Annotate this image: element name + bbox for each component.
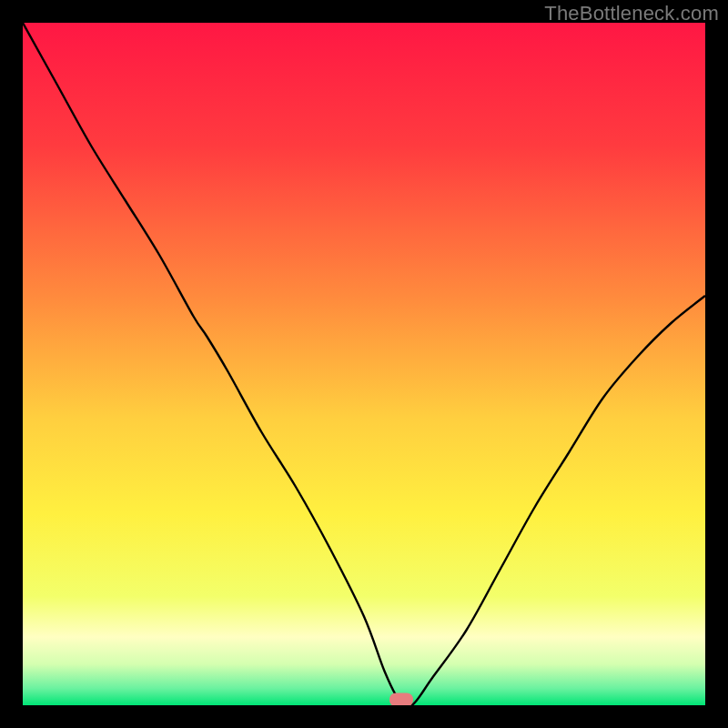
watermark-text: TheBottleneck.com [544, 2, 719, 25]
gradient-background [23, 23, 705, 705]
chart-frame: TheBottleneck.com [0, 0, 728, 728]
optimal-marker [389, 693, 413, 706]
plot-area [23, 23, 705, 705]
chart-svg [23, 23, 705, 705]
